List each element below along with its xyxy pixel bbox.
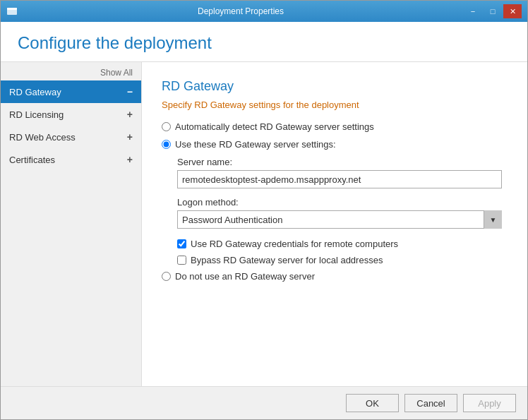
close-button[interactable]: ✕ [503, 4, 522, 18]
show-all-label: Show All [1, 65, 141, 80]
checkbox-credentials-option[interactable]: Use RD Gateway credentials for remote co… [177, 239, 508, 249]
logon-method-container: Password AuthenticationSmart CardAllow u… [177, 210, 502, 229]
radio-use-label: Use these RD Gateway server settings: [175, 139, 336, 150]
checkbox-bypass[interactable] [177, 256, 186, 265]
sidebar-label-rd-gateway: RD Gateway [9, 87, 61, 97]
sidebar-icon-rd-web-access: + [127, 131, 133, 143]
sidebar-item-rd-web-access[interactable]: RD Web Access + [1, 126, 141, 148]
maximize-button[interactable]: □ [484, 4, 502, 18]
window-icon [6, 6, 18, 17]
content-area: Show All RD Gateway − RD Licensing + RD … [1, 62, 527, 386]
main-content: Configure the deployment Show All RD Gat… [1, 22, 527, 386]
server-name-label: Server name: [177, 157, 508, 167]
apply-button[interactable]: Apply [463, 394, 516, 412]
checkbox-bypass-option[interactable]: Bypass RD Gateway server for local addre… [177, 255, 508, 265]
radio-option-no-gateway[interactable]: Do not use an RD Gateway server [162, 271, 508, 282]
panel-title: RD Gateway [162, 79, 508, 94]
radio-option-use[interactable]: Use these RD Gateway server settings: [162, 139, 508, 150]
radio-option-auto[interactable]: Automatically detect RD Gateway server s… [162, 121, 508, 132]
sidebar-icon-rd-gateway: − [127, 86, 133, 97]
logon-method-select[interactable]: Password AuthenticationSmart CardAllow u… [177, 210, 502, 229]
radio-auto-detect[interactable] [162, 122, 171, 131]
sidebar: Show All RD Gateway − RD Licensing + RD … [1, 62, 142, 386]
page-title: Configure the deployment [18, 33, 510, 53]
radio-no-gateway-label: Do not use an RD Gateway server [175, 271, 315, 282]
logon-method-label: Logon method: [177, 197, 508, 208]
footer: OK Cancel Apply [1, 386, 527, 419]
radio-auto-label: Automatically detect RD Gateway server s… [175, 121, 374, 132]
checkbox-bypass-label: Bypass RD Gateway server for local addre… [191, 255, 383, 265]
cancel-button[interactable]: Cancel [404, 394, 457, 412]
sidebar-label-certificates: Certificates [9, 155, 55, 165]
sidebar-item-rd-gateway[interactable]: RD Gateway − [1, 80, 141, 103]
server-settings-section: Server name: Logon method: Password Auth… [177, 157, 508, 265]
checkbox-credentials[interactable] [177, 239, 186, 248]
svg-rect-1 [7, 8, 17, 10]
header: Configure the deployment [1, 22, 527, 62]
sidebar-item-rd-licensing[interactable]: RD Licensing + [1, 103, 141, 126]
sidebar-item-certificates[interactable]: Certificates + [1, 148, 141, 171]
panel-subtitle: Specify RD Gateway settings for the depl… [162, 100, 508, 110]
sidebar-label-rd-licensing: RD Licensing [9, 109, 64, 120]
server-name-input[interactable] [177, 170, 502, 188]
title-bar-controls: − □ ✕ [464, 4, 522, 18]
right-panel: RD Gateway Specify RD Gateway settings f… [142, 62, 527, 386]
checkbox-credentials-label: Use RD Gateway credentials for remote co… [191, 239, 398, 249]
minimize-button[interactable]: − [464, 4, 482, 18]
sidebar-icon-certificates: + [127, 154, 133, 165]
window-title: Deployment Properties [18, 6, 464, 16]
window: Deployment Properties − □ ✕ Configure th… [0, 0, 528, 420]
radio-no-gateway[interactable] [162, 272, 171, 281]
ok-button[interactable]: OK [346, 394, 399, 412]
sidebar-icon-rd-licensing: + [127, 109, 133, 120]
title-bar: Deployment Properties − □ ✕ [1, 1, 527, 22]
sidebar-label-rd-web-access: RD Web Access [9, 132, 76, 143]
radio-use-settings[interactable] [162, 140, 171, 149]
